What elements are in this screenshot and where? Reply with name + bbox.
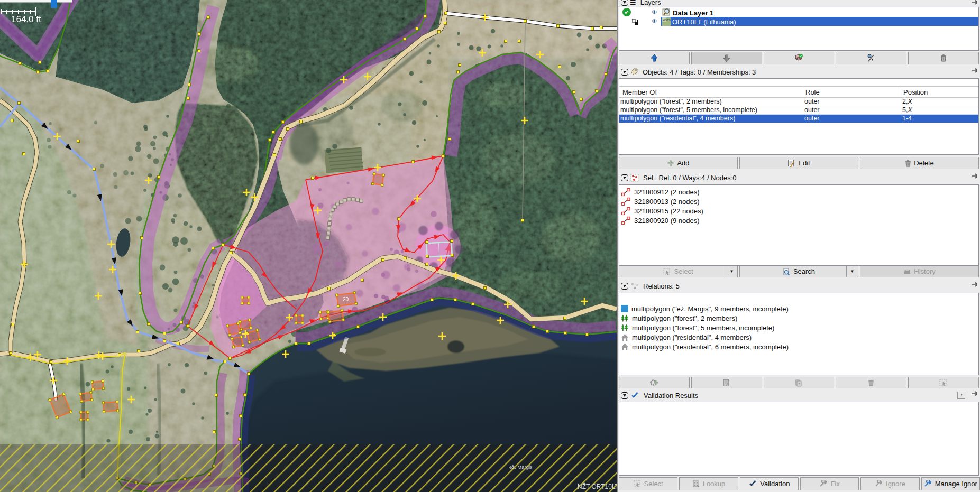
- svg-text:WMS: WMS: [663, 18, 671, 22]
- svg-text:NŽT ORT10LT: NŽT ORT10LT: [578, 482, 617, 490]
- svg-text:20: 20: [343, 296, 349, 302]
- svg-text:ež. Margis: ež. Margis: [509, 464, 533, 470]
- svg-text:164.0 ft: 164.0 ft: [11, 14, 41, 24]
